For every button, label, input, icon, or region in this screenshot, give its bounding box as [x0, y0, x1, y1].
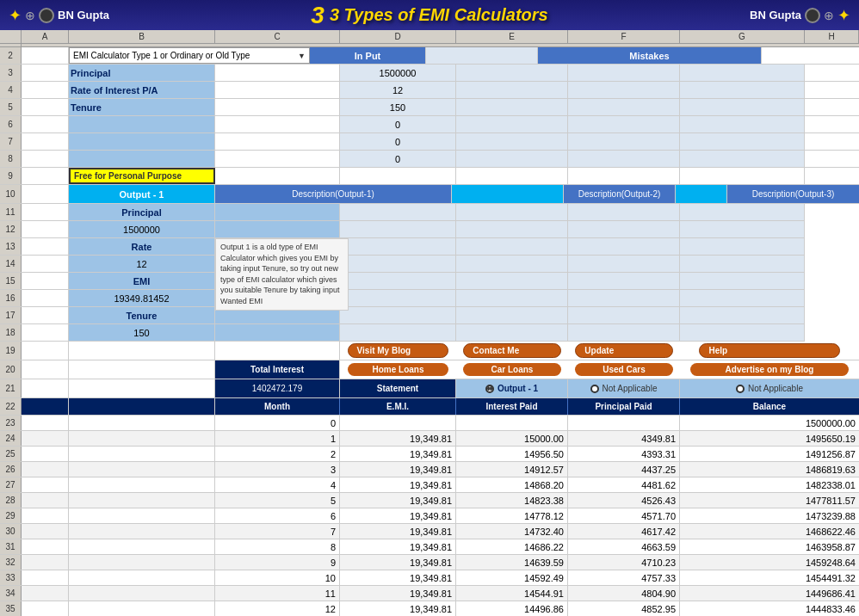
cell-c6 [215, 116, 340, 132]
home-loans-label[interactable]: Home Loans [348, 363, 449, 376]
tenure-label-17: Tenure [69, 307, 215, 323]
cell-e11 [456, 204, 568, 220]
cell-f11 [568, 204, 680, 220]
visit-blog-label[interactable]: Visit My Blog [348, 343, 449, 358]
emi-cell-23 [340, 416, 456, 430]
cell-f17 [568, 307, 680, 323]
cell-b34 [69, 586, 215, 601]
advertise-btn[interactable]: Advertise on my Blog [680, 360, 859, 379]
row-num-13: 13 [0, 238, 22, 255]
update-btn[interactable]: Update [568, 342, 680, 360]
cell-a25 [22, 447, 69, 461]
emi-cell-34: 19,349.81 [340, 586, 456, 601]
cell-b26 [69, 462, 215, 477]
home-loans-btn[interactable]: Home Loans [340, 360, 456, 379]
not-applicable1-radio[interactable] [590, 385, 599, 393]
cell-f6 [568, 116, 680, 132]
cell-c12 [215, 221, 340, 237]
cell-a4 [22, 82, 69, 98]
emi-cell-30: 19,349.81 [340, 524, 456, 539]
cell-g10-1 [676, 185, 727, 203]
row-6: 6 0 [0, 116, 859, 133]
row-11: 11 Principal [0, 204, 805, 221]
car-loans-btn[interactable]: Car Loans [456, 360, 568, 379]
output1-radio-cell[interactable]: Output - 1 [456, 379, 568, 397]
data-rows-container: 23 0 1500000.00 24 1 19,349.81 15000.00 … [0, 416, 859, 616]
output1-radio[interactable] [485, 385, 494, 393]
help-btn[interactable]: Help [680, 342, 859, 360]
cell-a22 [22, 398, 69, 415]
cell-f13 [568, 238, 680, 255]
used-cars-label[interactable]: Used Cars [575, 363, 672, 376]
row-num-18: 18 [0, 324, 22, 341]
cell-e10 [452, 185, 564, 203]
row-19: 19 Visit My Blog Contact Me Update Help [0, 342, 859, 360]
row-num-6: 6 [0, 116, 22, 132]
cell-b33 [69, 570, 215, 585]
balance-cell-34: 1449686.41 [680, 586, 859, 601]
dropdown-cell[interactable]: EMI Calculator Type 1 or Ordinary or Old… [69, 47, 310, 64]
top-header-bar: ✦ ⊕ BN Gupta 3 3 Types of EMI Calculator… [0, 0, 859, 30]
advertise-label[interactable]: Advertise on my Blog [690, 363, 849, 376]
cell-g3 [680, 65, 805, 81]
not-applicable2-cell[interactable]: Not Applicable [680, 379, 859, 397]
row-12: 12 1500000 [0, 221, 805, 238]
cell-a8 [22, 151, 69, 167]
emi-cell-27: 19,349.81 [340, 477, 456, 492]
cell-g8 [680, 151, 805, 167]
cell-f8 [568, 151, 680, 167]
cell-f12 [568, 221, 680, 237]
principal-cell-26: 4437.25 [568, 462, 680, 477]
cell-a26 [22, 462, 69, 477]
month-cell-30: 7 [215, 524, 340, 539]
cell-b30 [69, 524, 215, 539]
cell-b7 [69, 133, 215, 150]
data-row-24: 24 1 19,349.81 15000.00 4349.81 1495650.… [0, 431, 859, 447]
contact-me-btn[interactable]: Contact Me [456, 342, 568, 360]
row-2: 2 EMI Calculator Type 1 or Ordinary or O… [0, 47, 859, 65]
month-cell-35: 12 [215, 601, 340, 616]
data-row-30: 30 7 19,349.81 14732.40 4617.42 1468622.… [0, 524, 859, 539]
cell-e9 [456, 168, 568, 184]
cell-e3 [456, 65, 568, 81]
tenure-label: Tenure [69, 99, 215, 115]
cell-g7 [680, 133, 805, 150]
cell-b29 [69, 508, 215, 523]
row-num-11: 11 [0, 204, 22, 220]
row-num-17: 17 [0, 307, 22, 323]
balance-cell-29: 1473239.88 [680, 508, 859, 523]
row-num-22: 22 [0, 398, 22, 415]
desc-output3-header: Description(Output-3) [727, 185, 859, 203]
cell-c19 [215, 342, 340, 360]
month-cell-29: 6 [215, 508, 340, 523]
cell-e4 [456, 82, 568, 98]
cell-a35 [22, 601, 69, 616]
cell-b27 [69, 477, 215, 492]
update-label[interactable]: Update [575, 343, 672, 358]
contact-me-label[interactable]: Contact Me [463, 343, 560, 358]
help-label[interactable]: Help [699, 343, 839, 358]
statement-label: Statement [340, 379, 456, 397]
cell-e13 [456, 238, 568, 255]
principal-cell-35: 4852.95 [568, 601, 680, 616]
used-cars-btn[interactable]: Used Cars [568, 360, 680, 379]
cell-g11 [680, 204, 805, 220]
month-header: Month [215, 398, 340, 415]
cell-c11 [215, 204, 340, 220]
visit-blog-btn[interactable]: Visit My Blog [340, 342, 456, 360]
data-row-35: 35 12 19,349.81 14496.86 4852.95 1444833… [0, 601, 859, 616]
not-applicable1-cell[interactable]: Not Applicable [568, 379, 680, 397]
data-row-32: 32 9 19,349.81 14639.59 4710.23 1459248.… [0, 555, 859, 570]
data-row-34: 34 11 19,349.81 14544.91 4804.90 1449686… [0, 586, 859, 601]
row-num-5: 5 [0, 99, 22, 115]
cell-a5 [22, 99, 69, 115]
dropdown-arrow-icon[interactable]: ▼ [298, 52, 306, 60]
interest-cell-35: 14496.86 [456, 601, 568, 616]
row-num-20: 20 [0, 360, 22, 379]
desc-output2-header: Description(Output-2) [564, 185, 676, 203]
car-loans-label[interactable]: Car Loans [463, 363, 560, 376]
principal-cell-24: 4349.81 [568, 431, 680, 446]
cell-b24 [69, 431, 215, 446]
not-applicable2-radio[interactable] [736, 385, 745, 393]
cell-b25 [69, 447, 215, 461]
